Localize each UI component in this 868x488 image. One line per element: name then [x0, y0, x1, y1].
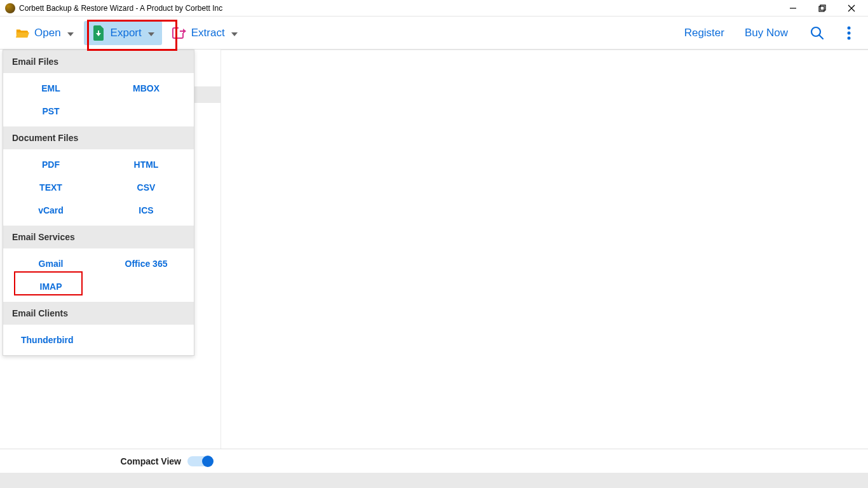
svg-rect-1	[819, 6, 824, 11]
buynow-link[interactable]: Buy Now	[745, 27, 788, 39]
open-label: Open	[34, 27, 61, 39]
compact-view-label: Compact View	[121, 456, 181, 466]
export-button[interactable]: Export	[84, 21, 162, 45]
dd-item-imap[interactable]: IMAP	[3, 275, 98, 298]
close-button[interactable]	[844, 1, 859, 16]
dd-item-office365[interactable]: Office 365	[98, 252, 194, 275]
export-dropdown: Email Files EML MBOX PST Document Files …	[3, 50, 194, 356]
dd-item-gmail[interactable]: Gmail	[3, 252, 98, 275]
extract-label: Extract	[191, 27, 225, 39]
more-vertical-icon	[847, 26, 851, 40]
window-title: Corbett Backup & Restore Wizard - A Prod…	[19, 4, 222, 13]
extract-icon	[172, 26, 186, 40]
search-icon	[810, 26, 824, 40]
bottombar: Compact View	[0, 449, 868, 473]
content-pane	[220, 50, 868, 449]
svg-rect-2	[820, 5, 825, 10]
open-button[interactable]: Open	[8, 21, 81, 45]
dd-section-document-files: Document Files	[3, 126, 194, 149]
dd-item-mbox[interactable]: MBOX	[98, 77, 194, 100]
svg-point-9	[848, 36, 851, 39]
dd-item-csv[interactable]: CSV	[98, 176, 194, 199]
dd-item-eml[interactable]: EML	[3, 77, 98, 100]
dd-section-email-clients: Email Clients	[3, 302, 194, 325]
dd-item-pst[interactable]: PST	[3, 100, 98, 123]
toolbar: Open Export Extract Register Buy Now	[0, 17, 868, 50]
svg-line-6	[819, 35, 823, 39]
register-link[interactable]: Register	[684, 27, 724, 39]
panel-background-hint	[193, 86, 221, 103]
main-area: Email Files EML MBOX PST Document Files …	[0, 50, 868, 449]
svg-point-8	[848, 31, 851, 34]
dd-section-email-files: Email Files	[3, 50, 194, 73]
extract-button[interactable]: Extract	[165, 21, 245, 45]
toggle-knob	[202, 456, 214, 467]
titlebar: Corbett Backup & Restore Wizard - A Prod…	[0, 0, 868, 17]
export-label: Export	[111, 27, 142, 39]
maximize-button[interactable]	[815, 1, 830, 16]
export-file-icon	[92, 26, 105, 40]
statusbar	[0, 473, 868, 488]
dd-section-email-services: Email Services	[3, 226, 194, 248]
window-controls	[785, 1, 859, 16]
dd-item-pdf[interactable]: PDF	[3, 153, 98, 176]
dd-item-thunderbird[interactable]: Thunderbird	[3, 329, 194, 351]
search-button[interactable]	[808, 24, 826, 42]
chevron-down-icon	[148, 27, 154, 39]
sidebar-area: Email Files EML MBOX PST Document Files …	[0, 50, 220, 449]
folder-open-icon	[15, 26, 29, 40]
chevron-down-icon	[231, 27, 238, 39]
app-icon	[5, 3, 15, 13]
minimize-button[interactable]	[785, 1, 801, 16]
dd-item-text[interactable]: TEXT	[3, 176, 98, 199]
compact-view-toggle[interactable]	[187, 456, 213, 466]
dd-item-html[interactable]: HTML	[98, 153, 194, 176]
svg-point-7	[848, 26, 851, 29]
dd-item-ics[interactable]: ICS	[98, 199, 194, 222]
dd-item-vcard[interactable]: vCard	[3, 199, 98, 222]
chevron-down-icon	[67, 27, 74, 39]
more-menu-button[interactable]	[840, 24, 858, 42]
